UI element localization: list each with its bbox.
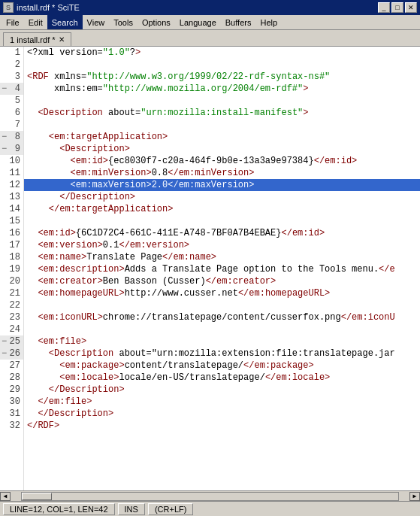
- code-line-18: <em:name>Translate Page</em:name>: [24, 251, 420, 263]
- title-bar-controls: _ □ ✕: [378, 2, 417, 13]
- code-line-15: [24, 215, 420, 227]
- line-number-25: 25: [0, 335, 23, 348]
- code-line-12: <em:maxVersion>2.0</em:maxVersion>: [24, 179, 420, 191]
- title-bar: S install.rdf * SciTE _ □ ✕: [0, 0, 420, 15]
- code-line-32: </RDF>: [24, 420, 420, 432]
- tab-install-rdf[interactable]: 1 install.rdf * ✕: [3, 32, 71, 46]
- line-number-1: 1: [0, 47, 23, 59]
- line-number-7: 7: [0, 119, 23, 131]
- menu-options[interactable]: Options: [137, 15, 175, 29]
- code-line-4: xmlns:em="http://www.mozilla.org/2004/em…: [24, 83, 420, 95]
- code-line-19: <em:description>Adds a Translate Page op…: [24, 263, 420, 275]
- code-line-17: <em:version>0.1</em:version>: [24, 239, 420, 251]
- code-line-10: <em:id>{ec8030f7-c20a-464f-9b0e-13a3a9e9…: [24, 155, 420, 167]
- code-line-7: [24, 119, 420, 131]
- maximize-button[interactable]: □: [391, 2, 403, 13]
- scroll-right-button[interactable]: ▶: [409, 492, 420, 501]
- code-line-28: <em:locale>locale/en-US/translatepage/</…: [24, 372, 420, 384]
- code-line-29: </Description>: [24, 384, 420, 396]
- line-number-19: 19: [0, 263, 23, 275]
- line-number-12: 12: [0, 179, 23, 191]
- line-number-2: 2: [0, 59, 23, 71]
- code-line-31: </Description>: [24, 408, 420, 420]
- tab-close-icon[interactable]: ✕: [59, 35, 65, 44]
- line-number-10: 10: [0, 155, 23, 167]
- scroll-left-button[interactable]: ◀: [0, 492, 11, 501]
- editor-area[interactable]: 1234567891011121314151617181920212223242…: [0, 47, 420, 490]
- menu-tools[interactable]: Tools: [109, 15, 137, 29]
- tab-bar: 1 install.rdf * ✕: [0, 30, 420, 47]
- line-number-4: 4: [0, 83, 23, 95]
- code-line-22: [24, 299, 420, 311]
- line-number-23: 23: [0, 311, 23, 323]
- line-number-27: 27: [0, 360, 23, 372]
- menu-help[interactable]: Help: [255, 15, 282, 29]
- line-number-31: 31: [0, 408, 23, 420]
- code-line-3: <RDF xmlns="http://www.w3.org/1999/02/22…: [24, 71, 420, 83]
- code-content[interactable]: <?xml version="1.0"?><RDF xmlns="http://…: [24, 47, 420, 490]
- code-lines: <?xml version="1.0"?><RDF xmlns="http://…: [24, 47, 420, 432]
- menu-bar: File Edit Search View Tools Options Lang…: [0, 15, 420, 30]
- app-icon: S: [3, 2, 14, 13]
- line-number-22: 22: [0, 299, 23, 311]
- menu-edit[interactable]: Edit: [24, 15, 47, 29]
- code-line-6: <Description about="urn:mozilla:install-…: [24, 107, 420, 119]
- code-line-24: [24, 323, 420, 335]
- code-line-11: <em:minVersion>0.8</em:minVersion>: [24, 167, 420, 179]
- line-number-6: 6: [0, 107, 23, 119]
- menu-file[interactable]: File: [2, 15, 24, 29]
- line-number-14: 14: [0, 203, 23, 215]
- status-mode: INS: [118, 503, 145, 515]
- code-line-5: [24, 95, 420, 107]
- minimize-button[interactable]: _: [378, 2, 390, 13]
- code-line-14: </em:targetApplication>: [24, 203, 420, 215]
- code-line-21: <em:homepageURL>http://www.cusser.net</e…: [24, 287, 420, 299]
- menu-buffers[interactable]: Buffers: [221, 15, 256, 29]
- code-line-16: <em:id>{6C1D72C4-661C-411E-A748-7BF0A7B4…: [24, 227, 420, 239]
- code-line-23: <em:iconURL>chrome://translatepage/conte…: [24, 311, 420, 323]
- code-line-30: </em:file>: [24, 396, 420, 408]
- line-number-28: 28: [0, 372, 23, 384]
- line-number-32: 32: [0, 420, 23, 432]
- status-eol: (CR+LF): [148, 503, 193, 515]
- line-number-29: 29: [0, 384, 23, 396]
- line-number-20: 20: [0, 275, 23, 287]
- line-number-30: 30: [0, 396, 23, 408]
- line-number-24: 24: [0, 323, 23, 335]
- line-number-15: 15: [0, 215, 23, 227]
- menu-search[interactable]: Search: [47, 15, 83, 29]
- scrollbar-track[interactable]: [21, 492, 399, 501]
- horizontal-scrollbar[interactable]: ◀ ▶: [0, 490, 420, 501]
- tab-label: 1 install.rdf *: [10, 35, 56, 44]
- menu-language[interactable]: Language: [175, 15, 221, 29]
- code-line-26: <Description about="urn:mozilla:extensio…: [24, 348, 420, 360]
- code-line-8: <em:targetApplication>: [24, 131, 420, 143]
- line-numbers: 1234567891011121314151617181920212223242…: [0, 47, 24, 490]
- code-line-1: <?xml version="1.0"?>: [24, 47, 420, 59]
- line-number-26: 26: [0, 348, 23, 360]
- line-number-18: 18: [0, 251, 23, 263]
- status-bar: LINE=12, COL=1, LEN=42 INS (CR+LF): [0, 501, 420, 516]
- status-position: LINE=12, COL=1, LEN=42: [3, 503, 115, 515]
- window-title: install.rdf * SciTE: [17, 3, 80, 12]
- line-number-8: 8: [0, 131, 23, 143]
- code-line-2: [24, 59, 420, 71]
- code-line-20: <em:creator>Ben Basson (Cusser)</em:crea…: [24, 275, 420, 287]
- line-number-11: 11: [0, 167, 23, 179]
- line-number-17: 17: [0, 239, 23, 251]
- code-line-13: </Description>: [24, 191, 420, 203]
- close-button[interactable]: ✕: [405, 2, 417, 13]
- line-number-16: 16: [0, 227, 23, 239]
- scrollbar-thumb[interactable]: [22, 493, 52, 500]
- menu-view[interactable]: View: [83, 15, 110, 29]
- code-line-27: <em:package>content/translatepage/</em:p…: [24, 360, 420, 372]
- line-number-5: 5: [0, 95, 23, 107]
- line-number-21: 21: [0, 287, 23, 299]
- code-line-9: <Description>: [24, 143, 420, 155]
- code-line-25: <em:file>: [24, 335, 420, 348]
- line-number-13: 13: [0, 191, 23, 203]
- title-bar-title: S install.rdf * SciTE: [3, 2, 80, 13]
- line-number-9: 9: [0, 143, 23, 155]
- line-number-3: 3: [0, 71, 23, 83]
